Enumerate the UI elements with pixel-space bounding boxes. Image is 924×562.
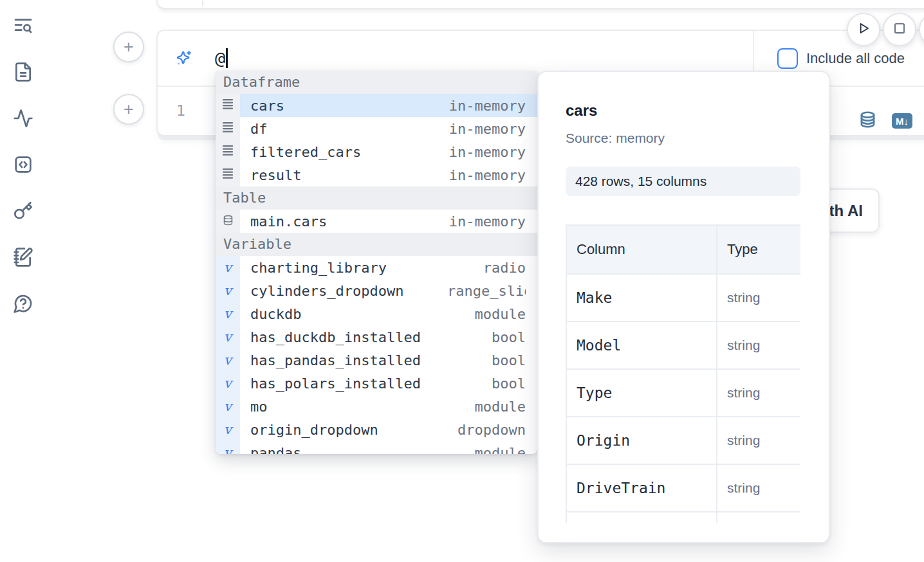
completion-item-type: bool: [492, 376, 526, 392]
table-icon: [216, 210, 240, 233]
preview-table-wrap: Column Type MakestringModelstringTypestr…: [566, 224, 800, 523]
stop-icon: [891, 20, 908, 39]
run-cell-button[interactable]: [847, 13, 880, 46]
schema-row: Originstring: [566, 417, 800, 464]
activity-icon[interactable]: [12, 107, 35, 130]
schema-column-name: Model: [566, 322, 717, 369]
text-cursor: [226, 48, 228, 68]
schema-column-type: string: [717, 274, 800, 322]
completion-item[interactable]: vcharting_libraryradio: [216, 256, 537, 279]
completion-item[interactable]: vhas_polars_installedbool: [216, 372, 537, 395]
completion-item[interactable]: vcylinders_dropdownrange_slider: [216, 279, 537, 302]
completion-section-header: Dataframe: [216, 71, 537, 94]
schema-row: DriveTrainstring: [566, 464, 800, 512]
file-document-icon[interactable]: [12, 60, 35, 84]
schema-column-name: Type: [566, 369, 717, 417]
add-cell-above-button[interactable]: +: [113, 32, 144, 62]
completion-item-type: bool: [492, 329, 526, 345]
completion-item[interactable]: vpandasmodule: [216, 441, 537, 454]
stop-button[interactable]: [883, 13, 916, 46]
marimo-notebook-app: @ Include all code 1 M↓ + +: [0, 0, 924, 562]
completion-item-type: in-memory: [449, 167, 526, 183]
include-all-code-label: Include all code: [806, 50, 905, 67]
variable-icon: v: [216, 256, 240, 279]
key-icon[interactable]: [12, 199, 35, 222]
completion-item-name: df: [250, 121, 268, 137]
completion-item[interactable]: vhas_pandas_installedbool: [216, 349, 537, 372]
variable-icon: v: [216, 418, 240, 441]
text-search-icon[interactable]: [12, 14, 35, 37]
dataframe-icon: [216, 94, 240, 117]
completion-item-name: main.cars: [250, 213, 327, 230]
completion-item-name: origin_dropdown: [250, 422, 378, 438]
schema-column-type: string: [717, 369, 800, 417]
completion-item-type: module: [475, 445, 526, 455]
schema-row-partial: [566, 512, 800, 523]
previous-cell-edge: [156, 0, 924, 9]
code-snippets-icon[interactable]: [12, 153, 35, 176]
completion-item-name: cars: [250, 98, 284, 114]
schema-column-type: string: [717, 464, 800, 512]
notebook-pen-icon[interactable]: [12, 246, 35, 269]
autocomplete-dropdown: Dataframecarsin-memorydfin-memoryfiltere…: [216, 71, 537, 454]
add-cell-below-button[interactable]: +: [113, 94, 144, 125]
schema-column-name: DriveTrain: [566, 464, 717, 512]
ai-prompt-value: @: [215, 48, 225, 68]
variable-icon: v: [216, 302, 240, 325]
dataframe-icon: [216, 140, 240, 163]
variable-icon: v: [216, 325, 240, 349]
completion-item[interactable]: dfin-memory: [216, 117, 537, 140]
completion-item-name: result: [250, 167, 301, 183]
sparkles-icon: [176, 50, 192, 67]
help-chat-icon[interactable]: [12, 292, 35, 315]
completion-item[interactable]: vorigin_dropdowndropdown: [216, 418, 537, 441]
schema-row: Modelstring: [566, 322, 800, 369]
dataframe-preview-popover: cars Source: memory 428 rows, 15 columns…: [537, 71, 830, 543]
completion-item-name: pandas: [250, 445, 301, 455]
cell-actions: M↓: [859, 110, 912, 132]
completion-item-type: in-memory: [449, 213, 526, 230]
completion-item[interactable]: vduckdbmodule: [216, 302, 537, 325]
preview-shape-badge: 428 rows, 15 columns: [566, 167, 800, 196]
completion-item[interactable]: vmomodule: [216, 395, 537, 418]
completion-item-type: in-memory: [449, 98, 526, 114]
completion-item[interactable]: resultin-memory: [216, 163, 537, 186]
play-icon: [855, 20, 872, 39]
completion-item[interactable]: carsin-memory: [216, 94, 537, 117]
completion-item[interactable]: filtered_carsin-memory: [216, 140, 537, 163]
completion-item-name: duckdb: [250, 306, 301, 322]
schema-row: Typestring: [566, 369, 800, 417]
previous-cell-gutter-divider: [202, 0, 203, 6]
completion-item-type: bool: [492, 352, 526, 368]
database-icon[interactable]: [859, 110, 876, 132]
completion-item-type: in-memory: [449, 121, 526, 137]
completion-item-type: module: [475, 399, 526, 415]
completion-item-name: has_polars_installed: [250, 376, 421, 392]
completion-item[interactable]: vhas_duckdb_installedbool: [216, 325, 537, 349]
completion-item-type: radio: [483, 260, 526, 276]
include-all-code-checkbox[interactable]: [777, 48, 798, 69]
markdown-icon[interactable]: M↓: [892, 113, 912, 129]
variable-icon: v: [216, 349, 240, 372]
completion-item-name: mo: [250, 399, 268, 415]
schema-header-column: Column: [566, 225, 717, 274]
completion-section-header: Variable: [216, 233, 537, 256]
variable-icon: v: [216, 279, 240, 302]
completion-item-name: cylinders_dropdown: [250, 283, 403, 299]
sidebar: [12, 14, 37, 338]
dataframe-icon: [216, 117, 240, 140]
completion-item[interactable]: main.carsin-memory: [216, 210, 537, 233]
completion-item-name: charting_library: [250, 260, 387, 276]
variable-icon: v: [216, 441, 240, 454]
variable-icon: v: [216, 395, 240, 418]
completion-item-type: range_slider: [447, 283, 526, 299]
schema-column-name: Make: [566, 274, 717, 322]
completion-item-name: filtered_cars: [250, 144, 361, 160]
schema-column-name: Origin: [566, 417, 717, 464]
line-number: 1: [173, 87, 189, 134]
completion-item-type: module: [475, 306, 526, 322]
schema-column-type: string: [717, 417, 800, 464]
completion-item-type: in-memory: [449, 144, 526, 160]
schema-row: Makestring: [566, 274, 800, 322]
schema-column-type: string: [717, 322, 800, 369]
